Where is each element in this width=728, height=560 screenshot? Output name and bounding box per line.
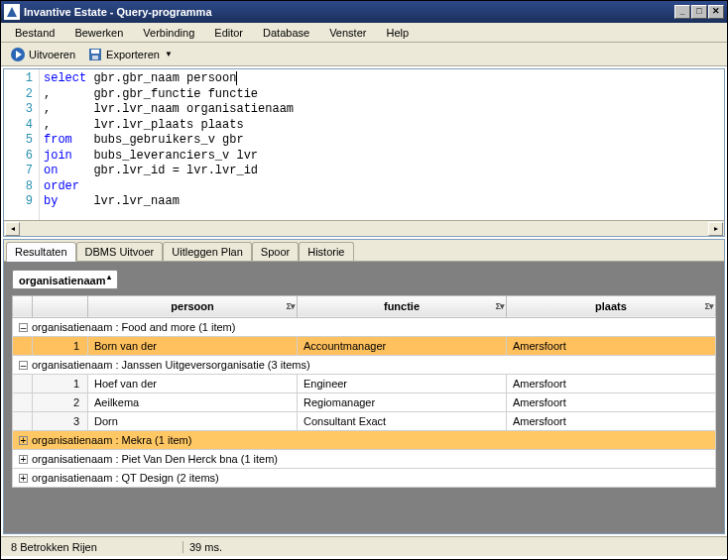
header-plaats[interactable]: plaatsΣ▾ xyxy=(507,295,716,317)
execute-button[interactable]: Uitvoeren xyxy=(5,45,80,64)
editor-scrollbar-horizontal[interactable]: ◂ ▸ xyxy=(4,220,724,236)
menu-verbinding[interactable]: Verbinding xyxy=(133,25,204,41)
cell-persoon: Aeilkema xyxy=(88,392,298,411)
status-bar: 8 Betrokken Rijen 39 ms. xyxy=(1,536,727,556)
execute-label: Uitvoeren xyxy=(29,49,75,60)
tab-historie[interactable]: Historie xyxy=(299,242,353,261)
chevron-down-icon: ▼ xyxy=(165,50,173,58)
app-icon xyxy=(4,4,20,20)
group-toggle-icon[interactable]: + xyxy=(19,474,28,483)
svg-marker-0 xyxy=(7,7,17,17)
table-row[interactable]: 3DornConsultant ExactAmersfoort xyxy=(13,411,716,430)
table-row[interactable]: 1Born van derAccountmanagerAmersfoort xyxy=(13,336,716,355)
sql-editor-panel: 123456789 select gbr.gbr_naam persoon, g… xyxy=(3,68,725,237)
window-title: Invantive Estate - Query-programma xyxy=(24,6,674,18)
row-toggle-cell xyxy=(13,336,33,355)
groupby-label: organisatienaam xyxy=(19,275,105,286)
close-button[interactable]: ✕ xyxy=(708,5,724,19)
svg-rect-4 xyxy=(91,50,99,54)
group-row[interactable]: +organisatienaam : QT Design (2 items) xyxy=(13,468,716,487)
tab-uitleggen-plan[interactable]: Uitleggen Plan xyxy=(163,242,252,261)
group-row[interactable]: –organisatienaam : Janssen Uitgeversorga… xyxy=(13,355,716,374)
results-panel: Resultaten DBMS Uitvoer Uitleggen Plan S… xyxy=(3,239,725,534)
row-number-cell: 3 xyxy=(33,411,88,430)
tab-spoor[interactable]: Spoor xyxy=(252,242,299,261)
menu-bar: Bestand Bewerken Verbinding Editor Datab… xyxy=(1,23,727,43)
cell-functie: Accountmanager xyxy=(298,336,507,355)
scroll-left-button[interactable]: ◂ xyxy=(5,222,20,236)
results-grid[interactable]: persoonΣ▾ functieΣ▾ plaatsΣ▾ –organisati… xyxy=(12,295,716,488)
group-toggle-icon[interactable]: + xyxy=(19,436,28,445)
cell-persoon: Born van der xyxy=(88,336,298,355)
results-tabstrip: Resultaten DBMS Uitvoer Uitleggen Plan S… xyxy=(4,240,724,262)
menu-editor[interactable]: Editor xyxy=(204,25,253,41)
table-row[interactable]: 2AeilkemaRegiomanagerAmersfoort xyxy=(13,392,716,411)
export-label: Exporteren xyxy=(106,49,160,60)
cell-plaats: Amersfoort xyxy=(507,411,716,430)
toolbar: Uitvoeren Exporteren ▼ xyxy=(1,43,727,66)
row-toggle-cell xyxy=(13,374,33,392)
export-button[interactable]: Exporteren ▼ xyxy=(82,45,178,64)
save-icon xyxy=(87,47,103,62)
menu-bestand[interactable]: Bestand xyxy=(5,25,64,41)
header-persoon[interactable]: persoonΣ▾ xyxy=(88,295,298,317)
group-row[interactable]: +organisatienaam : Piet Van Den Herck bn… xyxy=(13,449,716,468)
group-row[interactable]: +organisatienaam : Mekra (1 item) xyxy=(13,430,716,449)
group-toggle-icon[interactable]: – xyxy=(19,323,28,332)
play-icon xyxy=(10,47,26,62)
menu-help[interactable]: Help xyxy=(376,25,419,41)
header-toggle xyxy=(13,295,33,317)
title-bar: Invantive Estate - Query-programma _ □ ✕ xyxy=(1,1,727,23)
cell-functie: Consultant Exact xyxy=(298,411,507,430)
group-toggle-icon[interactable]: + xyxy=(19,455,28,464)
row-toggle-cell xyxy=(13,411,33,430)
header-rownum xyxy=(33,295,88,317)
cell-persoon: Hoef van der xyxy=(88,374,298,392)
grid-header-row: persoonΣ▾ functieΣ▾ plaatsΣ▾ xyxy=(13,295,716,317)
row-number-cell: 2 xyxy=(33,392,88,411)
column-tools-icon[interactable]: Σ▾ xyxy=(287,301,295,311)
group-row[interactable]: –organisatienaam : Food and more (1 item… xyxy=(13,317,716,336)
row-number-cell: 1 xyxy=(33,336,88,355)
sort-asc-icon: ▴ xyxy=(107,273,111,281)
svg-rect-5 xyxy=(92,56,98,59)
status-rowcount: 8 Betrokken Rijen xyxy=(5,541,183,553)
sql-editor[interactable]: 123456789 select gbr.gbr_naam persoon, g… xyxy=(4,69,724,220)
menu-database[interactable]: Database xyxy=(253,25,319,41)
group-toggle-icon[interactable]: – xyxy=(19,361,28,370)
cell-plaats: Amersfoort xyxy=(507,392,716,411)
maximize-button[interactable]: □ xyxy=(691,5,707,19)
cell-plaats: Amersfoort xyxy=(507,336,716,355)
table-row[interactable]: 1Hoef van derEngineerAmersfoort xyxy=(13,374,716,392)
menu-bewerken[interactable]: Bewerken xyxy=(64,25,133,41)
header-functie[interactable]: functieΣ▾ xyxy=(298,295,507,317)
groupby-chip[interactable]: organisatienaam▴ xyxy=(12,270,118,289)
column-tools-icon[interactable]: Σ▾ xyxy=(496,301,504,311)
cell-plaats: Amersfoort xyxy=(507,374,716,392)
code-area[interactable]: select gbr.gbr_naam persoon, gbr.gbr_fun… xyxy=(40,69,724,220)
status-time: 39 ms. xyxy=(183,541,228,553)
tab-resultaten[interactable]: Resultaten xyxy=(6,242,76,262)
menu-venster[interactable]: Venster xyxy=(319,25,376,41)
tab-dbms-uitvoer[interactable]: DBMS Uitvoer xyxy=(76,242,164,261)
column-tools-icon[interactable]: Σ▾ xyxy=(705,301,713,311)
row-number-cell: 1 xyxy=(33,374,88,392)
scroll-right-button[interactable]: ▸ xyxy=(708,222,723,236)
results-grid-area: organisatienaam▴ persoonΣ▾ functieΣ▾ pla… xyxy=(4,262,724,533)
cell-persoon: Dorn xyxy=(88,411,298,430)
cell-functie: Regiomanager xyxy=(298,392,507,411)
line-gutter: 123456789 xyxy=(4,69,40,220)
minimize-button[interactable]: _ xyxy=(674,5,690,19)
cell-functie: Engineer xyxy=(298,374,507,392)
row-toggle-cell xyxy=(13,392,33,411)
